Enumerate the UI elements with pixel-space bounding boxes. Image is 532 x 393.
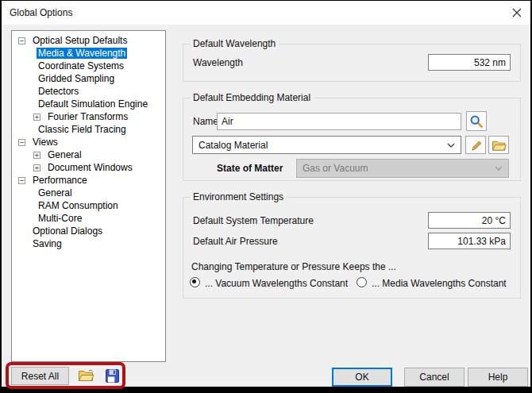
tree-item-ram-consumption[interactable]: RAM Consumption: [12, 199, 165, 212]
media-wavelengths-radio-label[interactable]: ... Media Wavelengths Constant: [372, 278, 507, 289]
tree-item-general[interactable]: General: [12, 187, 165, 199]
load-settings-button[interactable]: [76, 366, 96, 385]
tree-item-label: Document Windows: [46, 162, 134, 173]
vacuum-wavelengths-radio-label[interactable]: ... Vacuum Wavelengths Constant: [205, 278, 348, 289]
tree-item-classic-field-tracing[interactable]: Classic Field Tracing: [12, 123, 165, 136]
folder-open-icon: [492, 139, 507, 152]
help-button[interactable]: Help: [468, 368, 528, 387]
options-tree: −Optical Setup DefaultsMedia & Wavelengt…: [11, 30, 166, 362]
tree-item-media-wavelength[interactable]: Media & Wavelength: [12, 47, 165, 60]
tree-item-label: Multi-Core: [37, 213, 83, 224]
state-of-matter-value: Gas or Vacuum: [303, 163, 368, 174]
dialog-title: Global Options: [10, 7, 72, 18]
ok-button[interactable]: OK: [332, 368, 392, 387]
tree-item-label: Default Simulation Engine: [37, 98, 149, 110]
tree-item-label: Coordinate Systems: [37, 60, 125, 71]
search-material-button[interactable]: [466, 111, 487, 131]
expand-icon[interactable]: +: [33, 114, 40, 121]
pencil-icon: [469, 138, 483, 152]
tree-item-label: Saving: [31, 238, 64, 249]
material-name-label: Name: [193, 116, 218, 127]
air-pressure-input[interactable]: [428, 233, 511, 249]
cancel-button[interactable]: Cancel: [404, 368, 465, 387]
title-bar: Global Options: [2, 1, 530, 25]
tree-item-fourier-transforms[interactable]: +Fourier Transforms: [12, 110, 165, 123]
group-title: Environment Settings: [190, 191, 287, 202]
tree-item-detectors[interactable]: Detectors: [12, 85, 165, 98]
collapse-icon[interactable]: −: [18, 177, 25, 184]
tree-item-label: Performance: [31, 175, 89, 186]
tree-item-default-simulation-engine[interactable]: Default Simulation Engine: [12, 98, 165, 110]
state-of-matter-dropdown: Gas or Vacuum: [296, 159, 509, 178]
material-name-input[interactable]: [217, 113, 461, 130]
air-pressure-label: Default Air Pressure: [193, 236, 278, 247]
search-icon: [469, 114, 484, 129]
folder-open-icon: [78, 368, 94, 383]
tree-item-label: Media & Wavelength: [37, 48, 127, 59]
tree-item-label: Classic Field Tracing: [37, 124, 128, 135]
group-title: Default Wavelength: [190, 38, 279, 49]
tree-item-label: General: [37, 187, 74, 198]
global-options-dialog: Global Options −Optical Setup DefaultsMe…: [2, 1, 530, 387]
tree-item-label: RAM Consumption: [37, 200, 120, 211]
vacuum-wavelengths-radio[interactable]: [190, 277, 200, 287]
tree-item-general[interactable]: +General: [12, 148, 165, 161]
group-default-wavelength: Default Wavelength Wavelength: [183, 44, 521, 82]
tree-item-label: General: [46, 149, 83, 160]
wavelength-label: Wavelength: [193, 57, 243, 68]
tree-item-label: Fourier Transforms: [46, 111, 129, 122]
system-temperature-label: Default System Temperature: [193, 215, 314, 226]
tree-item-optional-dialogs[interactable]: Optional Dialogs: [12, 225, 165, 237]
tree-item-label: Optical Setup Defaults: [31, 35, 129, 46]
screenshot-frame: Global Options −Optical Setup DefaultsMe…: [0, 0, 532, 393]
tree-item-optical-setup-defaults[interactable]: −Optical Setup Defaults: [12, 34, 165, 47]
tree-item-gridded-sampling[interactable]: Gridded Sampling: [12, 72, 165, 85]
material-source-value: Catalog Material: [199, 140, 268, 151]
save-settings-button[interactable]: [102, 367, 121, 384]
keeps-constant-label: Changing Temperature or Pressure Keeps t…: [191, 261, 396, 272]
tree-item-multi-core[interactable]: Multi-Core: [12, 212, 165, 225]
material-source-dropdown[interactable]: Catalog Material: [192, 136, 461, 154]
open-catalog-button[interactable]: [488, 136, 509, 154]
collapse-icon[interactable]: −: [18, 139, 25, 146]
group-environment-settings: Environment Settings Default System Temp…: [183, 197, 521, 299]
tree-item-coordinate-systems[interactable]: Coordinate Systems: [12, 60, 165, 72]
wavelength-input[interactable]: [428, 54, 511, 71]
tree-item-views[interactable]: −Views: [12, 136, 165, 148]
reset-all-button[interactable]: Reset All: [11, 367, 69, 385]
expand-icon[interactable]: +: [33, 152, 40, 159]
group-title: Default Embedding Material: [190, 92, 314, 103]
tree-item-performance[interactable]: −Performance: [12, 174, 165, 187]
expand-icon[interactable]: +: [33, 164, 40, 171]
collapse-icon[interactable]: −: [18, 37, 25, 44]
tree-item-label: Optional Dialogs: [31, 225, 104, 237]
tree-item-label: Detectors: [37, 86, 80, 97]
chevron-down-icon: [495, 166, 503, 171]
edit-material-button[interactable]: [465, 136, 486, 154]
chevron-down-icon: [447, 143, 455, 148]
save-icon: [105, 368, 120, 383]
system-temperature-input[interactable]: [428, 212, 511, 229]
group-default-embedding-material: Default Embedding Material Name Catalog …: [183, 98, 521, 181]
tree-item-saving[interactable]: Saving: [12, 237, 165, 250]
media-wavelengths-radio[interactable]: [357, 277, 367, 287]
tree-item-label: Views: [31, 137, 60, 148]
state-of-matter-label: State of Matter: [217, 163, 283, 174]
tree-item-label: Gridded Sampling: [37, 73, 116, 84]
tree-item-document-windows[interactable]: +Document Windows: [12, 161, 165, 174]
close-icon[interactable]: [509, 5, 525, 21]
